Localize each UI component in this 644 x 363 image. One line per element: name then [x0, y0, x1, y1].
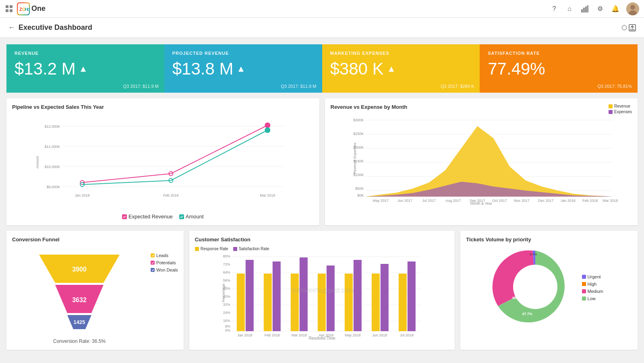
kpi-projected-value: $13.8 M ▲ — [172, 60, 314, 77]
svg-text:32%: 32% — [223, 303, 230, 307]
svg-rect-11 — [585, 6, 587, 12]
svg-rect-92 — [299, 257, 307, 331]
back-button[interactable]: ← — [8, 23, 15, 32]
svg-text:47.7%: 47.7% — [522, 312, 532, 316]
svg-text:24%: 24% — [223, 311, 230, 315]
nav-left: Z O H O One — [5, 2, 46, 15]
svg-point-14 — [630, 5, 635, 10]
svg-text:16%: 16% — [223, 319, 230, 323]
svg-rect-10 — [583, 8, 585, 12]
svg-text:Oct 2017: Oct 2017 — [492, 199, 507, 203]
svg-text:1425: 1425 — [74, 319, 85, 325]
revenue-expense-title: Revenue vs Expense by Month — [331, 104, 408, 110]
export-icon[interactable]: ⬡ — [621, 24, 636, 32]
svg-text:8%: 8% — [225, 324, 230, 328]
svg-text:$12,000K: $12,000K — [45, 124, 60, 129]
funnel-label-potentials: Potentials — [156, 260, 176, 265]
legend-low: Low — [582, 296, 603, 301]
svg-text:Feb 2018: Feb 2018 — [264, 333, 280, 337]
svg-text:Mar 2018: Mar 2018 — [603, 199, 618, 203]
conversion-rate: Conversion Rate: 36.5% — [53, 338, 106, 344]
grid-menu-icon[interactable] — [5, 4, 14, 13]
kpi-marketing-arrow: ▲ — [387, 64, 396, 73]
kpi-satisfaction-value: 77.49% — [488, 60, 630, 77]
legend-response-rate: Response Rate — [195, 247, 228, 251]
legend-expected: Expected Revenue — [122, 214, 173, 220]
svg-rect-98 — [380, 264, 388, 331]
funnel-legend-potentials: Potentials — [151, 260, 178, 265]
svg-text:Aug 2017: Aug 2017 — [445, 199, 461, 203]
svg-text:Amount: Amount — [35, 156, 39, 169]
donut-chart-container: 46.6% 47.7% 3.7% — [495, 247, 576, 328]
svg-rect-91 — [290, 274, 298, 331]
svg-rect-96 — [353, 260, 361, 331]
funnel-shapes: 3900 3632 1425 Conversion Rate: 36.5% — [12, 251, 147, 344]
svg-text:Mar 2018: Mar 2018 — [291, 333, 306, 337]
analytics-icon[interactable] — [580, 4, 589, 13]
legend-expenses: Expenses — [609, 110, 632, 114]
svg-text:3900: 3900 — [72, 266, 87, 273]
zoho-icon: Z O H O — [17, 2, 30, 15]
tickets-volume-card: Tickets Volume by priority — [460, 231, 638, 350]
kpi-marketing-value: $380 K ▲ — [330, 60, 472, 77]
svg-rect-90 — [272, 261, 280, 331]
settings-icon[interactable]: ⚙ — [596, 4, 605, 13]
svg-text:Jan 2018: Jan 2018 — [560, 199, 575, 203]
avatar[interactable] — [626, 2, 639, 15]
funnel-svg: 3900 3632 1425 — [35, 251, 124, 335]
legend-high: High — [582, 282, 603, 286]
legend-urgent: Urgent — [582, 274, 603, 279]
kpi-marketing-label: MARKETING EXPENSES — [330, 51, 472, 56]
svg-text:Z: Z — [19, 7, 22, 12]
main-content: REVENUE $13.2 M ▲ Q3 2017: $11.9 M PROJE… — [0, 38, 644, 363]
svg-text:Jun 2017: Jun 2017 — [397, 199, 412, 203]
nav-right: ? ⌂ ⚙ 🔔 — [550, 2, 639, 15]
kpi-projected-label: PROJECTED REVENUE — [172, 51, 314, 56]
svg-text:Mar 2018: Mar 2018 — [260, 193, 275, 197]
kpi-revenue-value: $13.2 M ▲ — [14, 60, 156, 77]
kpi-marketing-prev: Q3 2017: $280 K — [441, 84, 474, 89]
svg-text:May 2017: May 2017 — [373, 199, 389, 203]
svg-text:80%: 80% — [223, 254, 230, 258]
svg-point-36 — [265, 128, 270, 133]
header-left: ← Executive Dashboard — [8, 23, 92, 32]
legend-urgent-label: Urgent — [588, 274, 601, 279]
funnel-legend-won: Won Deals — [151, 268, 178, 272]
kpi-revenue-prev: Q3 2017: $11.9 M — [123, 84, 159, 89]
svg-rect-2 — [6, 9, 8, 12]
svg-rect-97 — [371, 274, 379, 331]
kpi-projected-arrow: ▲ — [237, 64, 246, 73]
svg-text:Dec 2017: Dec 2017 — [538, 199, 553, 203]
home-icon[interactable]: ⌂ — [565, 4, 574, 13]
svg-text:Revenue Expenses: Revenue Expenses — [353, 142, 357, 174]
funnel-label-won: Won Deals — [156, 268, 178, 272]
svg-text:0%: 0% — [225, 328, 230, 332]
legend-high-label: High — [588, 282, 597, 286]
svg-text:Jan 2018: Jan 2018 — [75, 193, 90, 197]
svg-rect-0 — [6, 5, 8, 8]
svg-text:Jul 2017: Jul 2017 — [422, 199, 436, 203]
kpi-revenue-label: REVENUE — [14, 51, 156, 56]
svg-rect-93 — [317, 274, 325, 331]
kpi-marketing: MARKETING EXPENSES $380 K ▲ Q3 2017: $28… — [322, 44, 480, 93]
legend-satisfaction-rate: Satisfaction Rate — [233, 247, 269, 251]
legend-amount: Amount — [179, 214, 204, 220]
app-name: One — [31, 4, 46, 13]
kpi-row: REVENUE $13.2 M ▲ Q3 2017: $11.9 M PROJE… — [6, 44, 638, 93]
legend-medium: Medium — [582, 289, 603, 294]
conversion-funnel-card: Conversion Funnel 3900 3632 1425 Conve — [6, 231, 184, 350]
legend-expenses-label: Expenses — [614, 110, 632, 114]
funnel-legend-leads: Leads — [151, 253, 178, 258]
svg-text:Percentage: Percentage — [221, 284, 225, 302]
customer-satisfaction-card: Customer Satisfaction Response Rate Sati… — [189, 231, 455, 350]
help-icon[interactable]: ? — [550, 4, 559, 13]
legend-revenue: Revenue — [609, 104, 632, 108]
kpi-projected: PROJECTED REVENUE $13.8 M ▲ Q3 2017: $11… — [164, 44, 322, 93]
funnel-label-leads: Leads — [156, 253, 168, 258]
notifications-icon[interactable]: 🔔 — [611, 4, 620, 13]
revenue-expense-svg: $300K $250K $200K $150K $100K $50K $0K R… — [331, 114, 632, 203]
tickets-volume-title: Tickets Volume by priority — [466, 236, 632, 243]
svg-rect-88 — [245, 260, 253, 331]
customer-satisfaction-title: Customer Satisfaction — [195, 236, 449, 243]
bottom-row: Conversion Funnel 3900 3632 1425 Conve — [6, 231, 638, 350]
